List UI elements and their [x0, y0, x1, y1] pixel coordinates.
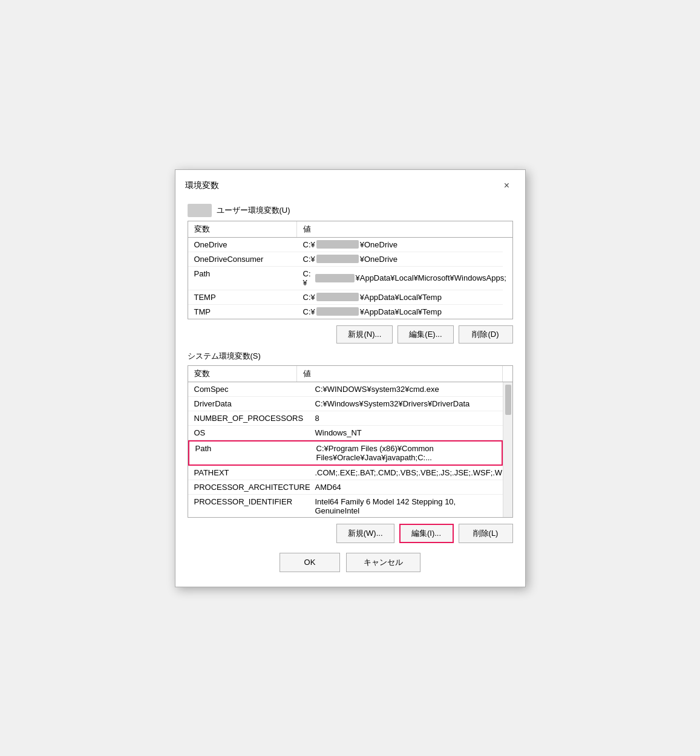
user-table-body: OneDrive C:¥¥OneDrive OneDriveConsumer C… — [188, 238, 503, 319]
var-name: OneDriveConsumer — [188, 252, 297, 266]
table-row[interactable]: PATHEXT .COM;.EXE;.BAT;.CMD;.VBS;.VBE;.J… — [188, 466, 503, 480]
system-button-row: 新規(W)... 編集(I)... 削除(L) — [188, 524, 513, 543]
system-rows-body: ComSpec C:¥WINDOWS¥system32¥cmd.exe Driv… — [188, 382, 503, 517]
var-value: C:¥¥AppData¥Local¥Temp — [297, 290, 503, 304]
system-table-inner: 変数 値 ComSpec C:¥WINDOWS¥system32¥cmd.exe — [188, 366, 512, 517]
var-value: C:¥Program Files (x86)¥Common Files¥Orac… — [310, 442, 502, 464]
scrollbar[interactable] — [503, 382, 512, 517]
table-row[interactable]: ComSpec C:¥WINDOWS¥system32¥cmd.exe — [188, 382, 503, 397]
table-row[interactable]: TEMP C:¥¥AppData¥Local¥Temp — [188, 290, 503, 305]
var-name: PROCESSOR_ARCHITECTURE — [188, 480, 309, 494]
table-row[interactable]: OS Windows_NT — [188, 426, 503, 440]
system-env-table: 変数 値 ComSpec C:¥WINDOWS¥system32¥cmd.exe — [188, 365, 513, 518]
system-delete-button[interactable]: 削除(L) — [459, 524, 513, 543]
table-row[interactable]: OneDrive C:¥¥OneDrive — [188, 238, 503, 252]
system-section-label: システム環境変数(S) — [188, 351, 513, 362]
system-header-var: 変数 — [188, 366, 297, 382]
system-new-button[interactable]: 新規(W)... — [336, 524, 394, 543]
redacted-value — [315, 274, 354, 282]
footer-buttons: OK キャンセル — [188, 546, 513, 577]
var-value: Intel64 Family 6 Model 142 Stepping 10, … — [309, 495, 503, 517]
dialog-title: 環境変数 — [185, 180, 219, 191]
user-avatar — [188, 204, 212, 217]
user-env-table: 変数 値 OneDrive C:¥¥OneDrive OneDriveConsu… — [188, 221, 513, 319]
table-row[interactable]: Path C:¥¥AppData¥Local¥Microsoft¥Windows… — [188, 267, 503, 290]
system-section-title: システム環境変数(S) — [188, 351, 261, 362]
system-section: システム環境変数(S) 変数 値 ComSpec C:¥WIN — [188, 351, 513, 543]
redacted-value — [316, 307, 359, 316]
system-table-rows: ComSpec C:¥WINDOWS¥system32¥cmd.exe Driv… — [188, 382, 512, 517]
var-name: PROCESSOR_IDENTIFIER — [188, 495, 309, 517]
user-section-title: ユーザー環境変数(U) — [217, 205, 290, 216]
var-value: C:¥WINDOWS¥system32¥cmd.exe — [309, 382, 503, 396]
environment-variables-dialog: 環境変数 × ユーザー環境変数(U) 変数 値 OneDrive C:¥¥One… — [175, 169, 526, 587]
redacted-value — [316, 240, 359, 249]
var-name: PATHEXT — [188, 466, 309, 480]
var-value: C:¥¥OneDrive — [297, 252, 503, 266]
user-table-header: 変数 値 — [188, 221, 512, 238]
header-spacer — [503, 366, 512, 382]
user-delete-button[interactable]: 削除(D) — [459, 325, 513, 344]
user-header-var: 変数 — [188, 221, 297, 237]
system-path-row[interactable]: Path C:¥Program Files (x86)¥Common Files… — [188, 440, 503, 466]
var-name: OneDrive — [188, 238, 297, 252]
close-button[interactable]: × — [499, 177, 515, 194]
user-button-row: 新規(N)... 編集(E)... 削除(D) — [188, 325, 513, 344]
var-name: DriverData — [188, 397, 309, 411]
user-header-val: 値 — [297, 221, 512, 237]
user-new-button[interactable]: 新規(N)... — [336, 325, 393, 344]
user-section-label: ユーザー環境変数(U) — [188, 204, 513, 217]
dialog-body: ユーザー環境変数(U) 変数 値 OneDrive C:¥¥OneDrive O… — [175, 199, 525, 587]
cancel-button[interactable]: キャンセル — [346, 553, 420, 572]
system-header-val: 値 — [297, 366, 503, 382]
table-row[interactable]: OneDriveConsumer C:¥¥OneDrive — [188, 252, 503, 267]
table-row[interactable]: PROCESSOR_IDENTIFIER Intel64 Family 6 Mo… — [188, 495, 503, 517]
var-value: C:¥¥OneDrive — [297, 238, 503, 252]
var-name: TMP — [188, 305, 297, 319]
table-row[interactable]: PROCESSOR_ARCHITECTURE AMD64 — [188, 480, 503, 495]
var-value: AMD64 — [309, 480, 503, 494]
redacted-value — [316, 255, 359, 263]
var-value: 8 — [309, 411, 503, 425]
table-row[interactable]: NUMBER_OF_PROCESSORS 8 — [188, 411, 503, 426]
user-edit-button[interactable]: 編集(E)... — [397, 325, 453, 344]
title-bar: 環境変数 × — [175, 170, 525, 199]
var-name: TEMP — [188, 290, 297, 304]
var-value: C:¥Windows¥System32¥Drivers¥DriverData — [309, 397, 503, 411]
var-value: C:¥¥AppData¥Local¥Temp — [297, 305, 503, 319]
var-value: C:¥¥AppData¥Local¥Microsoft¥WindowsApps; — [297, 267, 512, 290]
ok-button[interactable]: OK — [280, 553, 340, 572]
system-table-header: 変数 値 — [188, 366, 512, 382]
scrollbar-thumb[interactable] — [505, 385, 511, 415]
table-row[interactable]: TMP C:¥¥AppData¥Local¥Temp — [188, 305, 503, 319]
var-name: ComSpec — [188, 382, 309, 396]
table-row[interactable]: DriverData C:¥Windows¥System32¥Drivers¥D… — [188, 397, 503, 411]
system-edit-button[interactable]: 編集(I)... — [399, 524, 454, 543]
var-name: Path — [189, 442, 310, 464]
var-value: .COM;.EXE;.BAT;.CMD;.VBS;.VBE;.JS;.JSE;.… — [309, 466, 512, 480]
var-name: Path — [188, 267, 297, 290]
var-value: Windows_NT — [309, 426, 503, 440]
var-name: NUMBER_OF_PROCESSORS — [188, 411, 309, 425]
redacted-value — [316, 293, 359, 301]
var-name: OS — [188, 426, 309, 440]
